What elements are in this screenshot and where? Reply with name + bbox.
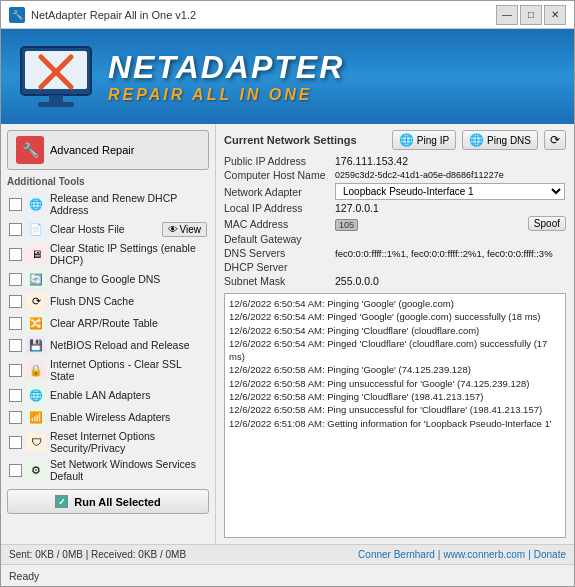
dns-servers-label: DNS Servers bbox=[224, 247, 334, 259]
tool-checkbox-hosts[interactable] bbox=[9, 223, 22, 236]
tool-item-hosts: 📄 Clear Hosts File 👁 View bbox=[7, 218, 209, 240]
network-adapter-select[interactable]: Loopback Pseudo-Interface 1 bbox=[335, 183, 565, 200]
maximize-button[interactable]: □ bbox=[520, 5, 542, 25]
tool-icon-wireless: 📶 bbox=[26, 408, 46, 426]
run-all-checkbox: ✓ bbox=[55, 495, 68, 508]
tool-icon-hosts: 📄 bbox=[26, 220, 46, 238]
tool-label-dhcp: Release and Renew DHCP Address bbox=[50, 192, 207, 216]
tool-label-security: Reset Internet Options Security/Privacy bbox=[50, 430, 207, 454]
host-name-value: 0259c3d2-5dc2-41d1-a05e-d8686f11227e bbox=[335, 170, 566, 180]
tool-checkbox-flush-dns[interactable] bbox=[9, 295, 22, 308]
tool-checkbox-wireless[interactable] bbox=[9, 411, 22, 424]
tool-item-ssl[interactable]: 🔒 Internet Options - Clear SSL State bbox=[7, 356, 209, 384]
network-adapter-row: Network Adapter Loopback Pseudo-Interfac… bbox=[224, 183, 566, 200]
tool-item-flush-dns[interactable]: ⟳ Flush DNS Cache bbox=[7, 290, 209, 312]
ping-ip-button[interactable]: 🌐 Ping IP bbox=[392, 130, 456, 150]
app-header: NETADAPTER REPAIR ALL IN ONE bbox=[1, 29, 574, 124]
svg-rect-4 bbox=[49, 95, 63, 103]
footer-links: Conner Bernhard | www.connerb.com | Dona… bbox=[358, 549, 566, 560]
minimize-button[interactable]: — bbox=[496, 5, 518, 25]
tool-item-security[interactable]: 🛡 Reset Internet Options Security/Privac… bbox=[7, 428, 209, 456]
eye-icon: 👁 bbox=[168, 224, 178, 235]
tool-label-arp: Clear ARP/Route Table bbox=[50, 317, 207, 329]
tool-label-static-ip: Clear Static IP Settings (enable DHCP) bbox=[50, 242, 207, 266]
status-bar: Ready bbox=[1, 564, 574, 586]
close-button[interactable]: ✕ bbox=[544, 5, 566, 25]
run-all-label: Run All Selected bbox=[74, 496, 160, 508]
main-content: 🔧 Advanced Repair Additional Tools 🌐 Rel… bbox=[1, 124, 574, 544]
ping-dns-icon: 🌐 bbox=[469, 133, 484, 147]
log-line: 12/6/2022 6:50:54 AM: Pinging 'Cloudflar… bbox=[229, 324, 561, 337]
left-panel: 🔧 Advanced Repair Additional Tools 🌐 Rel… bbox=[1, 124, 216, 544]
local-ip-label: Local IP Address bbox=[224, 202, 334, 214]
hosts-view-button[interactable]: 👁 View bbox=[162, 222, 208, 237]
settings-header: Current Network Settings 🌐 Ping IP 🌐 Pin… bbox=[224, 130, 566, 150]
subnet-mask-value: 255.0.0.0 bbox=[335, 275, 566, 287]
host-name-row: Computer Host Name 0259c3d2-5dc2-41d1-a0… bbox=[224, 169, 566, 181]
tool-checkbox-dhcp[interactable] bbox=[9, 198, 22, 211]
tool-icon-lan: 🌐 bbox=[26, 386, 46, 404]
tool-checkbox-arp[interactable] bbox=[9, 317, 22, 330]
advanced-repair-label: Advanced Repair bbox=[50, 144, 134, 156]
tool-label-lan: Enable LAN Adapters bbox=[50, 389, 207, 401]
window-title: NetAdapter Repair All in One v1.2 bbox=[31, 9, 496, 21]
header-title: NETADAPTER REPAIR ALL IN ONE bbox=[108, 49, 344, 104]
tool-checkbox-google-dns[interactable] bbox=[9, 273, 22, 286]
footer-donate[interactable]: Donate bbox=[534, 549, 566, 560]
tool-checkbox-ssl[interactable] bbox=[9, 364, 22, 377]
log-line: 12/6/2022 6:50:54 AM: Pinging 'Google' (… bbox=[229, 297, 561, 310]
additional-tools-label: Additional Tools bbox=[7, 176, 209, 187]
tool-item-wireless[interactable]: 📶 Enable Wireless Adapters bbox=[7, 406, 209, 428]
tool-checkbox-static-ip[interactable] bbox=[9, 248, 22, 261]
spoof-button[interactable]: Spoof bbox=[528, 216, 566, 231]
tool-icon-services: ⚙ bbox=[26, 461, 46, 479]
transfer-bar: Sent: 0KB / 0MB | Received: 0KB / 0MB Co… bbox=[1, 544, 574, 564]
tool-checkbox-netbios[interactable] bbox=[9, 339, 22, 352]
dhcp-server-row: DHCP Server bbox=[224, 261, 566, 273]
run-all-button[interactable]: ✓ Run All Selected bbox=[7, 489, 209, 514]
tool-checkbox-services[interactable] bbox=[9, 464, 22, 477]
log-line: 12/6/2022 6:50:58 AM: Pinging 'Google' (… bbox=[229, 363, 561, 376]
mac-row: MAC Address 105 Spoof bbox=[224, 216, 566, 231]
mac-value: 105 bbox=[335, 218, 527, 230]
tool-label-netbios: NetBIOS Reload and Release bbox=[50, 339, 207, 351]
refresh-button[interactable]: ⟳ bbox=[544, 130, 566, 150]
transfer-text: Sent: 0KB / 0MB | Received: 0KB / 0MB bbox=[9, 549, 186, 560]
tool-icon-arp: 🔀 bbox=[26, 314, 46, 332]
tool-checkbox-security[interactable] bbox=[9, 436, 22, 449]
local-ip-row: Local IP Address 127.0.0.1 bbox=[224, 202, 566, 214]
tool-item-lan[interactable]: 🌐 Enable LAN Adapters bbox=[7, 384, 209, 406]
tool-icon-static-ip: 🖥 bbox=[26, 245, 46, 263]
svg-rect-5 bbox=[38, 102, 74, 107]
host-name-label: Computer Host Name bbox=[224, 169, 334, 181]
log-line: 12/6/2022 6:50:54 AM: Pinged 'Cloudflare… bbox=[229, 337, 561, 364]
tool-item-dhcp[interactable]: 🌐 Release and Renew DHCP Address bbox=[7, 190, 209, 218]
public-ip-label: Public IP Address bbox=[224, 155, 334, 167]
tool-item-google-dns[interactable]: 🔄 Change to Google DNS bbox=[7, 268, 209, 290]
log-line: 12/6/2022 6:50:54 AM: Pinged 'Google' (g… bbox=[229, 310, 561, 323]
tool-item-static-ip[interactable]: 🖥 Clear Static IP Settings (enable DHCP) bbox=[7, 240, 209, 268]
tool-checkbox-lan[interactable] bbox=[9, 389, 22, 402]
title-bar: 🔧 NetAdapter Repair All in One v1.2 — □ … bbox=[1, 1, 574, 29]
tool-item-netbios[interactable]: 💾 NetBIOS Reload and Release bbox=[7, 334, 209, 356]
log-line: 12/6/2022 6:51:08 AM: Getting informatio… bbox=[229, 417, 561, 430]
window-controls: — □ ✕ bbox=[496, 5, 566, 25]
public-ip-value: 176.111.153.42 bbox=[335, 155, 566, 167]
local-ip-value: 127.0.0.1 bbox=[335, 202, 566, 214]
tool-icon-security: 🛡 bbox=[26, 433, 46, 451]
default-gateway-label: Default Gateway bbox=[224, 233, 334, 245]
subnet-mask-label: Subnet Mask bbox=[224, 275, 334, 287]
ping-dns-label: Ping DNS bbox=[487, 135, 531, 146]
tool-item-services[interactable]: ⚙ Set Network Windows Services Default bbox=[7, 456, 209, 484]
ping-ip-label: Ping IP bbox=[417, 135, 449, 146]
ping-ip-icon: 🌐 bbox=[399, 133, 414, 147]
advanced-repair-button[interactable]: 🔧 Advanced Repair bbox=[7, 130, 209, 170]
ping-dns-button[interactable]: 🌐 Ping DNS bbox=[462, 130, 538, 150]
tool-label-hosts: Clear Hosts File bbox=[50, 223, 158, 235]
footer-url[interactable]: www.connerb.com bbox=[443, 549, 525, 560]
tool-item-arp[interactable]: 🔀 Clear ARP/Route Table bbox=[7, 312, 209, 334]
view-label: View bbox=[180, 224, 202, 235]
default-gateway-row: Default Gateway bbox=[224, 233, 566, 245]
tool-icon-dhcp: 🌐 bbox=[26, 195, 46, 213]
log-line: 12/6/2022 6:50:58 AM: Ping unsuccessful … bbox=[229, 377, 561, 390]
